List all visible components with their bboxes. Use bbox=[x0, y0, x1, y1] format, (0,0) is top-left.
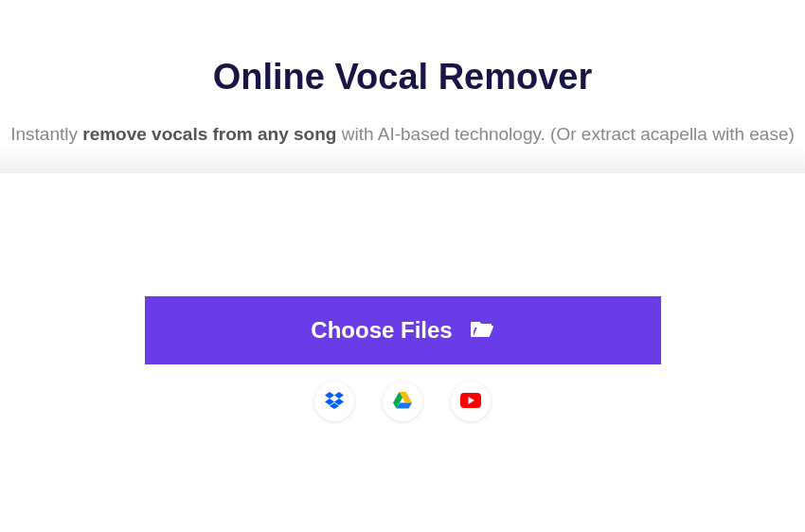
content-section: Choose Files bbox=[0, 173, 805, 421]
google-drive-button[interactable] bbox=[383, 381, 422, 421]
source-buttons-row bbox=[0, 381, 805, 421]
subtitle-prefix: Instantly bbox=[10, 124, 82, 144]
page-title: Online Vocal Remover bbox=[0, 57, 805, 98]
choose-files-label: Choose Files bbox=[311, 317, 452, 344]
dropbox-button[interactable] bbox=[314, 381, 354, 421]
folder-open-icon bbox=[470, 319, 494, 343]
subtitle: Instantly remove vocals from any song wi… bbox=[0, 124, 805, 145]
youtube-icon bbox=[459, 392, 482, 412]
google-drive-icon bbox=[392, 391, 413, 413]
dropbox-icon bbox=[324, 391, 345, 413]
subtitle-bold: remove vocals from any song bbox=[82, 124, 336, 144]
header-section: Online Vocal Remover Instantly remove vo… bbox=[0, 0, 805, 173]
choose-files-button[interactable]: Choose Files bbox=[145, 296, 661, 364]
youtube-button[interactable] bbox=[451, 381, 491, 421]
subtitle-suffix: with AI-based technology. (Or extract ac… bbox=[336, 124, 794, 144]
